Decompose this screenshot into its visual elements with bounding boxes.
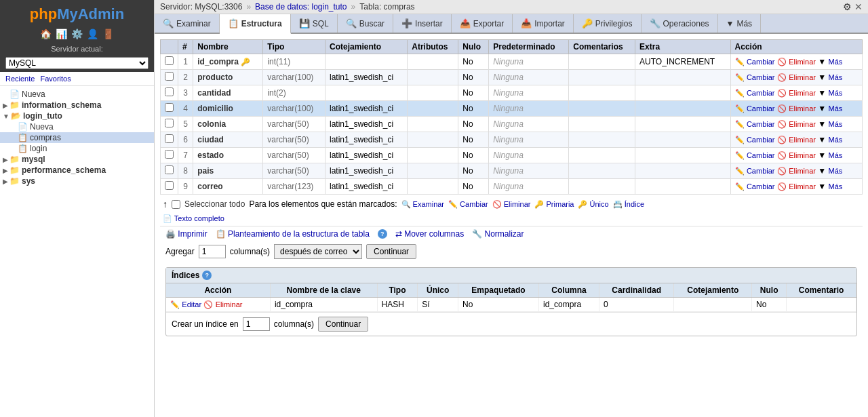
row-checkbox[interactable]	[165, 87, 174, 96]
breadcrumb-database[interactable]: Base de datos: login_tuto	[255, 2, 347, 12]
action-eliminar-row[interactable]: Eliminar	[789, 120, 816, 128]
action-cambiar-row[interactable]: Cambiar	[747, 120, 775, 128]
row-checkbox[interactable]	[165, 103, 174, 112]
idx-col-collation: Cotejamiento	[674, 283, 752, 298]
row-num: 7	[178, 148, 193, 163]
action-cambiar-row[interactable]: Cambiar	[747, 151, 775, 159]
settings-icon[interactable]: ⚙️	[71, 28, 83, 39]
tab-importar[interactable]: 📥 Importar	[513, 14, 574, 33]
action-cambiar-row[interactable]: Cambiar	[747, 182, 775, 191]
action-eliminar-row[interactable]: Eliminar	[789, 182, 816, 191]
action-eliminar-row[interactable]: Eliminar	[789, 151, 816, 159]
action-eliminar-row[interactable]: Eliminar	[789, 136, 816, 144]
action-eliminar-row[interactable]: Eliminar	[789, 167, 816, 175]
normalize-link[interactable]: 🔧 Normalizar	[472, 229, 524, 239]
action-cambiar-row[interactable]: Cambiar	[747, 104, 775, 113]
idx-col-comment: Comentario	[787, 283, 856, 298]
tab-operaciones[interactable]: 🔧 Operaciones	[642, 14, 718, 33]
index-delete-link[interactable]: Eliminar	[216, 300, 243, 309]
action-mas-row[interactable]: Más	[829, 104, 843, 113]
index-edit-link[interactable]: Editar	[182, 300, 201, 309]
gear-icon[interactable]: ⚙	[843, 1, 852, 12]
row-checkbox[interactable]	[165, 119, 174, 127]
row-checkbox[interactable]	[165, 72, 174, 81]
plan-info-icon[interactable]: ?	[378, 229, 387, 239]
action-mas-row[interactable]: Más	[829, 167, 843, 175]
action-indice[interactable]: 📇 Índice	[613, 200, 644, 209]
action-mas-row[interactable]: Más	[829, 182, 843, 191]
action-eliminar[interactable]: 🚫 Eliminar	[492, 200, 531, 209]
sidebar-item-login[interactable]: 📋 login	[0, 143, 154, 154]
tab-buscar[interactable]: 🔍 Buscar	[338, 14, 393, 33]
action-examinar[interactable]: 🔍 Examinar	[401, 200, 445, 209]
tab-exportar[interactable]: 📤 Exportar	[452, 14, 513, 33]
action-cambiar-row[interactable]: Cambiar	[747, 73, 775, 81]
create-index-input[interactable]	[243, 317, 270, 331]
action-eliminar-row[interactable]: Eliminar	[789, 89, 816, 97]
db-icon[interactable]: 📊	[56, 28, 67, 39]
action-eliminar-row[interactable]: Eliminar	[789, 58, 816, 66]
row-checkbox[interactable]	[165, 56, 174, 65]
new-table-icon: 📄	[18, 122, 28, 132]
sidebar-item-sys[interactable]: ▶ 📁 sys	[0, 176, 154, 186]
position-select[interactable]: al final de la tabla al inicio de la tab…	[274, 244, 362, 259]
action-mas-row[interactable]: Más	[829, 58, 843, 66]
sidebar-item-nueva-top[interactable]: 📄 Nueva	[0, 89, 154, 100]
tab-examinar[interactable]: 🔍 Examinar	[155, 14, 220, 33]
sidebar-item-nueva-login_tuto[interactable]: 📄 Nueva	[0, 121, 154, 132]
reciente-link[interactable]: Reciente	[5, 75, 35, 83]
more-chevron-icon: ▼	[818, 151, 826, 160]
add-col-continue-btn[interactable]: Continuar	[366, 244, 416, 259]
row-checkbox[interactable]	[165, 134, 174, 143]
sidebar-item-performance_schema[interactable]: ▶ 📁 performance_schema	[0, 165, 154, 176]
sidebar-item-information_schema[interactable]: ▶ 📁 information_schema	[0, 100, 154, 111]
action-unico[interactable]: 🔑 Único	[578, 200, 608, 209]
action-mas-row[interactable]: Más	[829, 151, 843, 159]
tab-insertar[interactable]: ➕ Insertar	[393, 14, 452, 33]
sidebar-item-mysql[interactable]: ▶ 📁 mysql	[0, 154, 154, 165]
favoritos-link[interactable]: Favoritos	[40, 75, 71, 83]
delete-circle-icon: 🚫	[777, 58, 787, 66]
user-icon[interactable]: 👤	[87, 28, 98, 39]
tab-estructura[interactable]: 📋 Estructura	[220, 14, 291, 34]
tab-sql[interactable]: 💾 SQL	[291, 14, 338, 33]
create-index-btn[interactable]: Continuar	[318, 317, 368, 332]
row-checkbox[interactable]	[165, 165, 174, 174]
tab-mas[interactable]: ▼ Más	[718, 14, 762, 33]
add-col-input[interactable]	[199, 245, 226, 258]
for-selected-text: Para los elementos que están marcados:	[249, 199, 397, 209]
move-columns-link[interactable]: ⇄ Mover columnas	[395, 229, 464, 239]
tab-privilegios[interactable]: 🔑 Privilegios	[574, 14, 642, 33]
print-link[interactable]: 🖨️ Imprimir	[165, 229, 208, 239]
row-num: 2	[178, 70, 193, 85]
action-cambiar-row[interactable]: Cambiar	[747, 58, 775, 66]
home-icon[interactable]: 🏠	[40, 28, 52, 39]
tab-label: Insertar	[415, 19, 443, 28]
plan-link[interactable]: 📋 Planteamiento de la estructura de tabl…	[216, 229, 370, 239]
indices-info-icon[interactable]: ?	[202, 271, 212, 280]
action-mas-row[interactable]: Más	[829, 89, 843, 97]
action-mas-row[interactable]: Más	[829, 136, 843, 144]
action-mas-row[interactable]: Más	[829, 120, 843, 128]
sidebar-item-login_tuto[interactable]: ▼ 📂 login_tuto	[0, 111, 154, 121]
exit-icon[interactable]: 🚪	[102, 28, 114, 39]
action-cambiar-row[interactable]: Cambiar	[747, 89, 775, 97]
struct-bar: 🖨️ Imprimir 📋 Planteamiento de la estruc…	[160, 226, 863, 241]
action-cambiar-row[interactable]: Cambiar	[747, 136, 775, 144]
action-primaria[interactable]: 🔑 Primaria	[534, 200, 574, 209]
col-collation: Cotejamiento	[326, 40, 408, 54]
server-select[interactable]: MySQL	[5, 57, 149, 69]
action-mas-row[interactable]: Más	[829, 73, 843, 81]
row-comments	[569, 54, 635, 70]
texto-completo-link[interactable]: 📄 Texto completo	[163, 214, 224, 222]
close-icon[interactable]: ✕	[854, 1, 863, 12]
action-cambiar[interactable]: ✏️ Cambiar	[448, 200, 488, 209]
select-all-checkbox[interactable]	[172, 200, 180, 209]
sidebar-item-compras[interactable]: 📋 compras	[0, 132, 154, 143]
action-eliminar-row[interactable]: Eliminar	[789, 73, 816, 81]
row-checkbox[interactable]	[165, 181, 174, 190]
exportar-icon: 📤	[460, 18, 471, 28]
row-checkbox[interactable]	[165, 150, 174, 159]
action-cambiar-row[interactable]: Cambiar	[747, 167, 775, 175]
action-eliminar-row[interactable]: Eliminar	[789, 104, 816, 113]
